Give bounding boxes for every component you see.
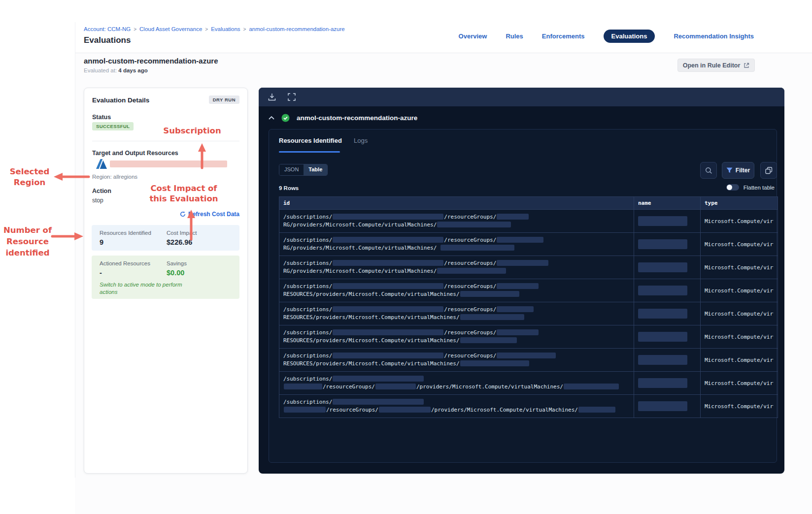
viewer-title: anmol-custom-recommendation-azure	[297, 114, 417, 122]
redacted-text	[440, 245, 514, 251]
search-icon	[705, 167, 712, 174]
breadcrumb: Account: CCM-NG>Cloud Asset Governance>E…	[84, 26, 345, 32]
cost-impact-value: $226.96	[167, 238, 197, 246]
filter-button-label: Filter	[736, 167, 750, 174]
cell-id: /subscriptions//resourceGroups/RG/provid…	[279, 256, 634, 279]
view-mode-json[interactable]: JSON	[279, 164, 304, 175]
cell-type: Microsoft.Compute/virtu	[701, 233, 778, 256]
table-row[interactable]: /subscriptions//resourceGroups//provider…	[279, 372, 778, 395]
chevron-up-icon[interactable]	[269, 116, 274, 120]
search-button[interactable]	[700, 162, 717, 179]
resource-path-text: RG/providers/Microsoft.Compute/virtualMa…	[283, 268, 437, 274]
cell-type: Microsoft.Compute/virtu	[701, 325, 778, 349]
savings-label: Savings	[167, 260, 187, 266]
resource-path-text: /subscriptions/	[283, 399, 332, 405]
table-row[interactable]: /subscriptions//resourceGroups/RG/provid…	[279, 210, 778, 233]
cell-type: Microsoft.Compute/virtu	[701, 210, 778, 233]
cell-type: Microsoft.Compute/virtu	[701, 279, 778, 302]
redacted-name	[638, 216, 687, 226]
view-mode-toggle: JSON Table	[279, 164, 328, 176]
resources-table: idnametype /subscriptions//resourceGroup…	[279, 196, 778, 418]
nav-tab-overview[interactable]: Overview	[459, 32, 487, 40]
cell-name	[634, 279, 701, 302]
rows-count: 9 Rows	[279, 185, 299, 191]
annotation-cost-impact: Cost Impact of this Evaluation	[143, 183, 224, 204]
annotation-subscription: Subscription	[160, 126, 224, 136]
flatten-toggle-switch[interactable]	[726, 184, 739, 191]
actioned-savings-panel: Actioned Resources - Savings $0.00 Switc…	[92, 256, 239, 299]
resource-path-text: /subscriptions/	[283, 260, 332, 266]
copy-icon	[765, 167, 773, 174]
column-header-id: id	[279, 197, 634, 210]
cell-id: /subscriptions//resourceGroups/RESOURCES…	[279, 325, 634, 349]
savings-value: $0.00	[167, 269, 187, 277]
actioned-resources: Actioned Resources -	[100, 260, 150, 277]
cell-name	[634, 256, 701, 279]
top-nav: OverviewRulesEnforcementsEvaluationsReco…	[459, 30, 754, 43]
cell-id: /subscriptions//resourceGroups/RESOURCES…	[279, 302, 634, 325]
nav-tab-evaluations[interactable]: Evaluations	[604, 30, 655, 43]
resource-type-text: Microsoft.Compute/virtu	[705, 380, 774, 386]
flatten-table-control[interactable]: Flatten table	[726, 184, 775, 191]
filter-funnel-icon	[726, 167, 733, 173]
table-row[interactable]: /subscriptions//resourceGroups/RESOURCES…	[279, 325, 778, 349]
copy-button[interactable]	[760, 162, 777, 179]
cell-id: /subscriptions//resourceGroups//provider…	[279, 395, 634, 418]
table-row[interactable]: /subscriptions//resourceGroups/RESOURCES…	[279, 279, 778, 302]
tab-resources-identified[interactable]: Resources Identified	[279, 137, 342, 144]
nav-tab-rules[interactable]: Rules	[506, 32, 523, 40]
cell-id: /subscriptions//resourceGroups/RESOURCES…	[279, 279, 634, 302]
breadcrumb-link[interactable]: Cloud Asset Governance	[139, 26, 202, 32]
identified-cost-panel: Resources Identified 9 Cost Impact $226.…	[92, 225, 239, 251]
filter-button[interactable]: Filter	[722, 162, 754, 179]
table-row[interactable]: /subscriptions//resourceGroups/RESOURCES…	[279, 302, 778, 325]
open-rule-editor-button[interactable]: Open in Rule Editor	[677, 59, 755, 72]
redacted-name	[638, 355, 687, 365]
evaluation-details-card: Evaluation Details DRY RUN Status SUCCES…	[84, 88, 248, 474]
redacted-text	[333, 214, 443, 220]
flatten-table-label: Flatten table	[744, 185, 775, 191]
resource-viewer-panel: anmol-custom-recommendation-azure Resour…	[259, 88, 784, 474]
nav-tab-enforcements[interactable]: Enforcements	[542, 32, 585, 40]
tab-logs[interactable]: Logs	[354, 137, 368, 144]
table-row[interactable]: /subscriptions//resourceGroups/RG/provid…	[279, 256, 778, 279]
external-link-icon	[744, 63, 749, 68]
breadcrumb-link[interactable]: Evaluations	[211, 26, 240, 32]
redacted-text	[284, 384, 322, 389]
nav-tab-recommendation-insights[interactable]: Recommendation Insights	[674, 32, 754, 40]
viewer-header: anmol-custom-recommendation-azure	[259, 106, 784, 129]
evaluated-at-label: Evaluated at:	[84, 67, 117, 73]
table-row[interactable]: /subscriptions//resourceGroups//provider…	[279, 395, 778, 418]
target-resources-label: Target and Output Resources	[92, 150, 178, 157]
redacted-subscription-bar	[110, 161, 227, 167]
redacted-text	[333, 353, 443, 358]
action-label: Action	[92, 188, 111, 194]
fullscreen-icon[interactable]	[287, 93, 296, 101]
view-mode-table[interactable]: Table	[304, 164, 327, 175]
table-row[interactable]: /subscriptions//resourceGroups/RESOURCES…	[279, 349, 778, 372]
azure-logo-icon	[96, 159, 107, 169]
actioned-resources-label: Actioned Resources	[100, 260, 150, 266]
cell-type: Microsoft.Compute/virtu	[701, 372, 778, 395]
table-header-row: idnametype	[279, 197, 778, 210]
cell-type: Microsoft.Compute/virtu	[701, 256, 778, 279]
redacted-name	[638, 332, 687, 342]
breadcrumb-separator: >	[134, 27, 136, 32]
download-icon[interactable]	[268, 93, 276, 101]
table-row[interactable]: /subscriptions//resourceGroups/RG/provid…	[279, 233, 778, 256]
dry-run-badge: DRY RUN	[209, 96, 239, 104]
resource-path-text: RESOURCES/providers/Microsoft.Compute/vi…	[283, 360, 460, 367]
resource-type-text: Microsoft.Compute/virtu	[705, 218, 774, 225]
resource-path-text: /resourceGroups/	[444, 283, 496, 289]
check-circle-icon	[281, 114, 290, 122]
cell-name	[634, 325, 701, 349]
breadcrumb-link[interactable]: Account: CCM-NG	[84, 26, 131, 32]
refresh-cost-data-link[interactable]: Refresh Cost Data	[180, 211, 239, 218]
resource-type-text: Microsoft.Compute/virtu	[705, 403, 774, 410]
breadcrumb-link[interactable]: anmol-custom-recommendation-azure	[249, 26, 344, 32]
resource-type-text: Microsoft.Compute/virtu	[705, 311, 774, 317]
redacted-text	[333, 399, 424, 405]
resource-path-text: /subscriptions/	[283, 329, 332, 336]
redacted-text	[578, 407, 615, 413]
cost-impact: Cost Impact $226.96	[167, 230, 197, 246]
